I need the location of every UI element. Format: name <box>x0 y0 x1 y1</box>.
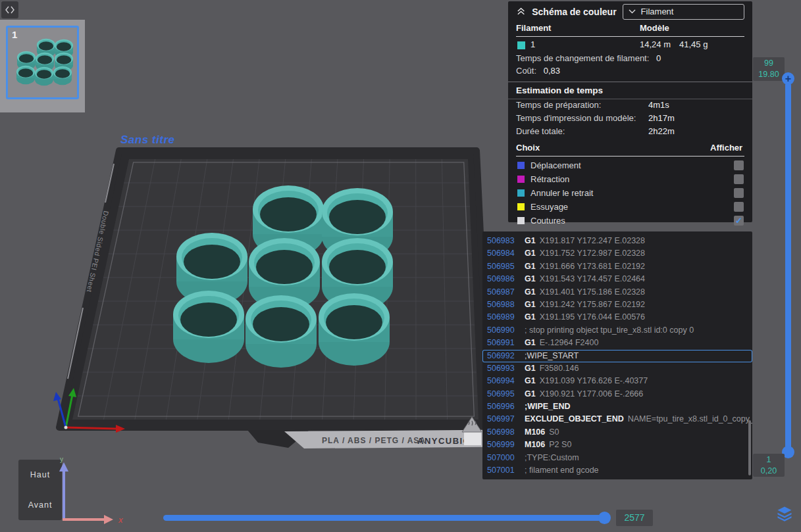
col-model: Modèle <box>640 23 669 33</box>
svg-text:PLA / ABS / PETG / ASA: PLA / ABS / PETG / ASA <box>322 436 426 445</box>
gcode-command: G1 <box>525 236 536 245</box>
plate-list-panel: 1 <box>0 20 85 112</box>
bottom-layer-number: 1 <box>753 454 785 466</box>
filament-id: 1 <box>530 39 535 49</box>
gcode-line[interactable]: 506991G1E-.12964 F2400 <box>482 337 752 349</box>
orientation-axes: y x <box>53 456 138 529</box>
color-scheme-dropdown[interactable]: Filament <box>623 4 744 20</box>
gcode-line-number: 506998 <box>487 426 519 439</box>
time-row: Durée totale:2h22m <box>516 126 744 139</box>
gcode-line-number: 507000 <box>487 452 519 464</box>
gcode-arguments: E-.12964 F2400 <box>540 338 599 347</box>
gcode-command: G1 <box>525 249 536 258</box>
feature-legend: DéplacementRétractionAnnuler le retraitE… <box>516 159 744 228</box>
view-top-button[interactable]: Haut <box>18 460 62 490</box>
gcode-arguments: ; stop printing object tpu_tire_x8.stl i… <box>525 326 694 335</box>
gcode-line[interactable]: 506995G1X190.921 Y177.006 E-.2666 <box>482 388 752 400</box>
show-checkbox[interactable]: ✓ <box>734 216 744 226</box>
time-row: Temps d'impression du modèle:2h17m <box>516 113 744 126</box>
gcode-scrollbar-thumb[interactable] <box>748 420 751 475</box>
color-scheme-panel: Schéma de couleur Filament Filament Modè… <box>508 1 752 222</box>
gcode-line[interactable]: 506999M106P2 S0 <box>482 439 752 451</box>
gcode-line[interactable]: 506997EXCLUDE_OBJECT_ENDNAME=tpu_tire_x8… <box>482 413 752 425</box>
gcode-arguments: X191.666 Y173.681 E.02192 <box>540 262 645 271</box>
gcode-command: G1 <box>525 300 536 309</box>
gcode-line[interactable]: 506998M106S0 <box>482 426 752 439</box>
plate-origin-axes-icon <box>53 388 125 433</box>
gcode-line[interactable]: 506988G1X191.242 Y175.867 E.02192 <box>482 299 752 311</box>
time-value: 2h22m <box>648 126 675 136</box>
legend-label: Déplacement <box>530 160 581 170</box>
plate-thumbnail-card[interactable]: 1 <box>6 26 79 99</box>
layer-slider-bottom-label: 1 0,20 <box>753 454 785 477</box>
gcode-arguments: S0 <box>549 427 559 437</box>
legend-color-swatch <box>517 162 525 169</box>
gcode-command: ;WIPE_END <box>525 402 570 411</box>
gcode-line[interactable]: 506992;WIPE_START <box>482 350 752 362</box>
gcode-line[interactable]: 506996;WIPE_END <box>482 400 752 413</box>
gcode-line[interactable]: 507001; filament end gcode <box>482 464 752 477</box>
show-checkbox[interactable] <box>734 202 744 212</box>
gcode-line-number: 506985 <box>487 260 519 273</box>
gcode-line[interactable]: 506985G1X191.666 Y173.681 E.02192 <box>482 260 752 273</box>
show-checkbox[interactable] <box>734 188 744 198</box>
x-axis-label: x <box>118 515 123 525</box>
gcode-line-number: 506990 <box>487 324 519 337</box>
dropdown-value: Filament <box>641 7 674 16</box>
filament-change-value: 0 <box>656 53 661 63</box>
gcode-arguments: ; filament end gcode <box>525 466 599 475</box>
collapse-panel-button[interactable] <box>1 1 18 18</box>
gcode-line-number: 506987 <box>487 286 519 299</box>
legend-color-swatch <box>517 176 525 183</box>
filament-length: 14,24 m <box>640 39 671 49</box>
time-estimation-rows: Temps de préparation:4m1sTemps d'impress… <box>516 100 744 139</box>
bottom-layer-height: 0,20 <box>753 466 785 477</box>
gcode-line-number: 506996 <box>487 400 519 413</box>
col-show: Afficher <box>710 143 742 153</box>
gcode-line-number: 506995 <box>487 388 519 400</box>
gcode-line-number: 506983 <box>487 235 519 247</box>
svg-text:Double Sided PEI Sheet: Double Sided PEI Sheet <box>86 210 111 293</box>
layers-view-icon[interactable] <box>775 504 794 523</box>
gcode-line[interactable]: 506986G1X191.543 Y174.457 E.02464 <box>482 273 752 285</box>
move-slider-track[interactable] <box>163 515 608 521</box>
gcode-arguments: X191.817 Y172.247 E.02328 <box>540 236 645 245</box>
gcode-line[interactable]: 506990; stop printing object tpu_tire_x8… <box>482 324 752 337</box>
legend-label: Coutures <box>530 216 565 226</box>
collapse-panel-icon[interactable] <box>516 7 526 16</box>
gcode-line[interactable]: 506983G1X191.817 Y172.247 E.02328 <box>482 235 752 247</box>
legend-row: Essuyage <box>516 201 744 214</box>
time-value: 4m1s <box>648 100 669 110</box>
gcode-line-number: 506994 <box>487 375 519 387</box>
gcode-line[interactable]: 506984G1X191.752 Y172.987 E.02328 <box>482 247 752 260</box>
layer-slider-top-label: 99 19.80 <box>753 57 785 81</box>
time-row: Temps de préparation:4m1s <box>516 100 744 112</box>
gcode-line-number: 506993 <box>487 362 519 375</box>
time-label: Temps d'impression du modèle: <box>516 113 636 123</box>
filament-change-row: Temps de changement de filament: 0 <box>516 53 744 66</box>
options-header: Choix Afficher <box>516 141 744 157</box>
move-slider-handle[interactable] <box>598 512 611 524</box>
gcode-line[interactable]: 506993G1F3580.146 <box>482 362 752 375</box>
gcode-command: G1 <box>525 312 536 322</box>
chevrons-left-right-icon <box>5 5 14 14</box>
plate-number: 1 <box>12 29 17 40</box>
gcode-line[interactable]: 506994G1X191.039 Y176.626 E-.40377 <box>482 375 752 387</box>
layer-slider-track[interactable] <box>785 82 791 451</box>
gcode-command: EXCLUDE_OBJECT_END <box>525 414 624 423</box>
chevron-down-icon <box>629 9 636 14</box>
view-front-button[interactable]: Avant <box>18 490 62 520</box>
gcode-command: G1 <box>525 364 536 373</box>
gcode-line[interactable]: 506989G1X191.195 Y176.044 E.00576 <box>482 311 752 324</box>
gcode-line[interactable]: 506987G1X191.401 Y175.186 E.02328 <box>482 286 752 299</box>
plate-thumbnail-image <box>8 28 73 93</box>
show-checkbox[interactable] <box>734 174 744 184</box>
gcode-arguments: P2 S0 <box>549 440 571 449</box>
show-checkbox[interactable] <box>734 160 744 170</box>
col-filament: Filament <box>516 23 551 33</box>
gcode-line-number: 506988 <box>487 299 519 311</box>
gcode-line[interactable]: 507000;TYPE:Custom <box>482 452 752 464</box>
gcode-line-number: 506991 <box>487 337 519 349</box>
gcode-command: G1 <box>525 389 536 399</box>
time-label: Durée totale: <box>516 126 565 136</box>
